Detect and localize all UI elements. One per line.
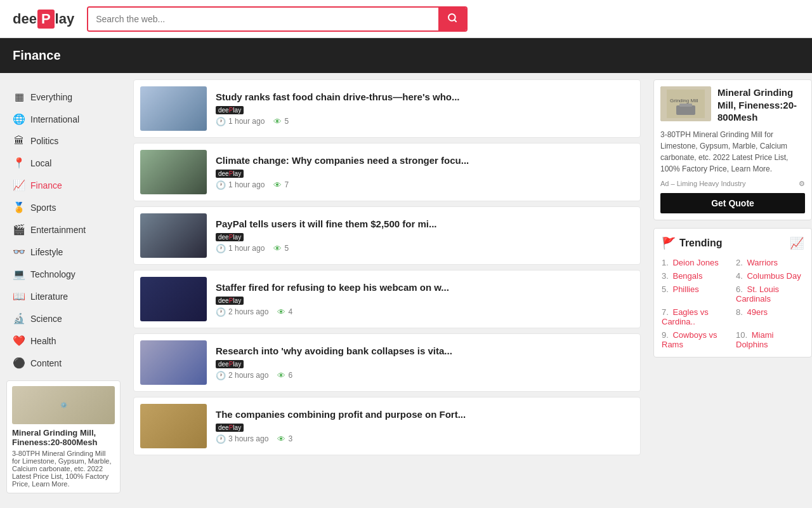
sidebar-icon-politics: 🏛 bbox=[13, 135, 25, 147]
sidebar-item-everything[interactable]: ▦ Everything bbox=[0, 86, 127, 108]
svg-text:Grinding Mill: Grinding Mill bbox=[670, 98, 698, 104]
trending-link[interactable]: Warriors bbox=[747, 258, 778, 267]
page-title: Finance bbox=[13, 48, 61, 62]
sidebar-label-sports: Sports bbox=[30, 203, 56, 213]
trending-link[interactable]: 49ers bbox=[747, 307, 768, 317]
news-source-logo: deePlay bbox=[216, 106, 244, 114]
sidebar-label-science: Science bbox=[30, 314, 62, 324]
news-body: Staffer fired for refusing to keep his w… bbox=[216, 282, 634, 317]
sidebar-label-literature: Literature bbox=[30, 291, 68, 302]
sidebar-item-science[interactable]: 🔬 Science bbox=[0, 307, 127, 330]
trending-link[interactable]: Columbus Day bbox=[747, 271, 801, 281]
news-card[interactable]: Climate change: Why companies need a str… bbox=[133, 143, 641, 201]
news-card[interactable]: Research into 'why avoiding bank collaps… bbox=[133, 333, 641, 392]
news-card[interactable]: PayPal tells users it will fine them $2,… bbox=[133, 206, 641, 265]
ad-thumb: Grinding Mill bbox=[660, 86, 711, 121]
news-time-text: 1 hour ago bbox=[228, 180, 265, 189]
ad-card: Grinding Mill Mineral Grinding Mill, Fin… bbox=[653, 79, 812, 220]
clock-icon: 🕐 bbox=[216, 371, 226, 380]
trending-link[interactable]: Cowboys vs Rams bbox=[662, 330, 717, 349]
trending-link[interactable]: Deion Jones bbox=[672, 258, 718, 267]
ad-settings-icon[interactable]: ⚙ bbox=[799, 180, 805, 188]
search-button[interactable] bbox=[438, 8, 466, 30]
sidebar-ad-desc: 3-80TPH Mineral Grinding Mill for Limest… bbox=[12, 450, 115, 488]
views-icon: 👁 bbox=[277, 434, 285, 444]
trending-rank: 9. bbox=[662, 330, 669, 340]
trending-item: 3. Bengals bbox=[662, 271, 730, 281]
news-time: 🕐 1 hour ago bbox=[216, 117, 265, 126]
news-title: Research into 'why avoiding bank collaps… bbox=[216, 345, 634, 356]
search-bar bbox=[87, 6, 468, 32]
logo[interactable]: deePlay bbox=[13, 10, 74, 29]
news-views: 👁 6 bbox=[277, 371, 292, 380]
news-time: 🕐 2 hours ago bbox=[216, 371, 268, 380]
news-card[interactable]: The companies combining profit and purpo… bbox=[133, 397, 641, 455]
sidebar-icon-local: 📍 bbox=[13, 157, 25, 169]
sidebar-item-health[interactable]: ❤️ Health bbox=[0, 330, 127, 352]
trending-card: 🚩 Trending 📈 1. Deion Jones 2. Warriors … bbox=[653, 228, 812, 358]
views-icon: 👁 bbox=[277, 307, 285, 317]
news-meta: 🕐 2 hours ago 👁 6 bbox=[216, 371, 634, 380]
news-views: 👁 7 bbox=[273, 180, 289, 190]
sidebar-item-literature[interactable]: 📖 Literature bbox=[0, 285, 127, 307]
news-time: 🕐 2 hours ago bbox=[216, 307, 268, 317]
news-views-count: 6 bbox=[288, 371, 292, 380]
sidebar-label-international: International bbox=[30, 114, 79, 124]
sidebar-label-everything: Everything bbox=[30, 92, 72, 102]
sidebar-icon-finance: 📈 bbox=[13, 179, 25, 191]
news-views-count: 4 bbox=[288, 307, 292, 316]
news-card[interactable]: Staffer fired for refusing to keep his w… bbox=[133, 270, 641, 328]
sidebar-item-entertainment[interactable]: 🎬 Entertainment bbox=[0, 218, 127, 241]
clock-icon: 🕐 bbox=[216, 117, 226, 126]
trending-rank: 1. bbox=[662, 258, 669, 267]
trending-link[interactable]: Eagles vs Cardina.. bbox=[662, 307, 709, 326]
sidebar-item-lifestyle[interactable]: 👓 Lifestyle bbox=[0, 241, 127, 263]
news-views-count: 5 bbox=[284, 117, 289, 126]
news-meta: 🕐 1 hour ago 👁 5 bbox=[216, 117, 634, 126]
news-views: 👁 5 bbox=[273, 117, 289, 126]
trending-item: 7. Eagles vs Cardina.. bbox=[662, 307, 730, 326]
news-views: 👁 4 bbox=[277, 307, 292, 317]
sidebar-icon-everything: ▦ bbox=[13, 91, 25, 103]
sidebar-icon-science: 🔬 bbox=[13, 312, 25, 324]
news-card[interactable]: Study ranks fast food chain drive-thrus—… bbox=[133, 79, 641, 138]
news-time-text: 2 hours ago bbox=[228, 371, 268, 380]
sidebar-icon-technology: 💻 bbox=[13, 268, 25, 280]
news-source-row: deePlay bbox=[216, 424, 634, 432]
news-meta: 🕐 1 hour ago 👁 5 bbox=[216, 244, 634, 253]
trending-link[interactable]: Phillies bbox=[672, 284, 698, 294]
sidebar-item-local[interactable]: 📍 Local bbox=[0, 152, 127, 174]
sidebar-item-content[interactable]: ⚫ Content bbox=[0, 352, 127, 374]
sidebar-label-politics: Politics bbox=[30, 136, 58, 146]
news-thumbnail bbox=[140, 150, 207, 194]
clock-icon: 🕐 bbox=[216, 307, 226, 317]
trending-rank: 5. bbox=[662, 284, 669, 294]
news-time: 🕐 1 hour ago bbox=[216, 244, 265, 253]
news-source-row: deePlay bbox=[216, 360, 634, 368]
sidebar: ▦ Everything 🌐 International 🏛 Politics … bbox=[0, 79, 127, 500]
trending-rank: 2. bbox=[736, 258, 743, 267]
sidebar-item-sports[interactable]: 🏅 Sports bbox=[0, 196, 127, 218]
logo-p: P bbox=[37, 10, 55, 29]
sidebar-item-finance[interactable]: 📈 Finance bbox=[0, 174, 127, 196]
sidebar-label-local: Local bbox=[30, 158, 51, 168]
news-time: 🕐 3 hours ago bbox=[216, 434, 268, 444]
sidebar-item-technology[interactable]: 💻 Technology bbox=[0, 263, 127, 285]
trending-link[interactable]: Bengals bbox=[672, 271, 702, 281]
trending-header: 🚩 Trending 📈 bbox=[662, 236, 804, 250]
news-body: Study ranks fast food chain drive-thrus—… bbox=[216, 91, 634, 126]
clock-icon: 🕐 bbox=[216, 434, 226, 444]
sidebar-label-technology: Technology bbox=[30, 269, 75, 279]
sidebar-icon-content: ⚫ bbox=[13, 357, 25, 369]
sidebar-item-international[interactable]: 🌐 International bbox=[0, 108, 127, 130]
search-input[interactable] bbox=[88, 8, 438, 30]
news-title: The companies combining profit and purpo… bbox=[216, 409, 634, 420]
sidebar-item-politics[interactable]: 🏛 Politics bbox=[0, 130, 127, 152]
sidebar-label-content: Content bbox=[30, 358, 62, 368]
trending-label: Trending bbox=[679, 237, 723, 249]
get-quote-button[interactable]: Get Quote bbox=[660, 193, 805, 213]
sidebar-label-finance: Finance bbox=[30, 180, 62, 190]
news-thumbnail bbox=[140, 340, 207, 385]
sidebar-label-health: Health bbox=[30, 336, 56, 346]
views-icon: 👁 bbox=[273, 117, 282, 126]
